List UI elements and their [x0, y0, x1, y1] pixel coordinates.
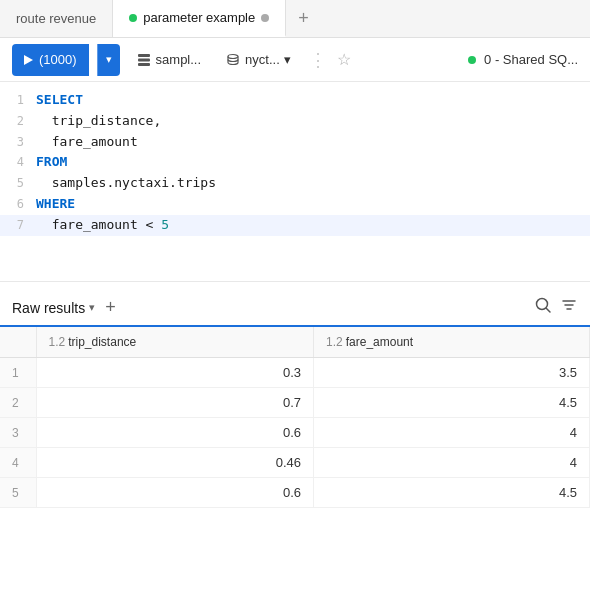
col-trip-distance-header: 1.2trip_distance — [36, 327, 314, 358]
schema-selector[interactable]: nyct... ▾ — [217, 48, 299, 72]
code-line-7: 7 fare_amount < 5 — [0, 215, 590, 236]
row-num-header — [0, 327, 36, 358]
cell-trip-distance: 0.6 — [36, 418, 314, 448]
line-content: samples.nyctaxi.trips — [36, 173, 590, 194]
code-line-3: 3 fare_amount — [0, 132, 590, 153]
cell-fare-amount: 4.5 — [314, 478, 590, 508]
table-row: 3 0.6 4 — [0, 418, 590, 448]
table-row: 4 0.46 4 — [0, 448, 590, 478]
line-number: 1 — [0, 91, 36, 110]
code-line-5: 5 samples.nyctaxi.trips — [0, 173, 590, 194]
table-row: 1 0.3 3.5 — [0, 358, 590, 388]
svg-point-4 — [537, 299, 548, 310]
line-number: 2 — [0, 112, 36, 131]
svg-line-5 — [547, 309, 551, 313]
new-tab-button[interactable]: + — [286, 0, 321, 37]
cell-trip-distance: 0.46 — [36, 448, 314, 478]
run-button[interactable]: (1000) — [12, 44, 89, 76]
results-table: 1.2trip_distance 1.2fare_amount 1 0.3 3.… — [0, 327, 590, 508]
cell-fare-amount: 3.5 — [314, 358, 590, 388]
schema-dropdown-icon: ▾ — [284, 52, 291, 67]
tab-route-revenue-label: route revenue — [16, 11, 96, 26]
row-number: 4 — [0, 448, 36, 478]
run-dropdown-button[interactable]: ▾ — [97, 44, 120, 76]
results-section: Raw results ▾ + 1.2trip_distance — [0, 282, 590, 508]
col-fare-amount-header: 1.2fare_amount — [314, 327, 590, 358]
line-number: 4 — [0, 153, 36, 172]
separator-1: ⋮ — [309, 49, 327, 71]
code-line-4: 4 FROM — [0, 152, 590, 173]
query-toolbar: (1000) ▾ sampl... nyct... ▾ ⋮ ☆ 0 - Shar… — [0, 38, 590, 82]
run-limit-label: (1000) — [39, 52, 77, 67]
row-number: 2 — [0, 388, 36, 418]
row-number: 3 — [0, 418, 36, 448]
code-editor[interactable]: 1 SELECT 2 trip_distance, 3 fare_amount … — [0, 82, 590, 282]
database-icon — [225, 52, 241, 68]
line-content: fare_amount < 5 — [36, 215, 590, 236]
svg-rect-0 — [138, 54, 150, 57]
cell-trip-distance: 0.7 — [36, 388, 314, 418]
connection-status-dot — [468, 56, 476, 64]
tab-bar: route revenue parameter example + — [0, 0, 590, 38]
cell-fare-amount: 4.5 — [314, 388, 590, 418]
play-icon — [24, 55, 33, 65]
results-dropdown-icon[interactable]: ▾ — [89, 301, 95, 314]
code-line-1: 1 SELECT — [0, 90, 590, 111]
line-content: FROM — [36, 152, 590, 173]
results-label: Raw results ▾ — [12, 300, 95, 316]
add-result-button[interactable]: + — [105, 297, 116, 318]
code-line-2: 2 trip_distance, — [0, 111, 590, 132]
line-number: 5 — [0, 174, 36, 193]
line-number: 6 — [0, 195, 36, 214]
db2-label: nyct... — [245, 52, 280, 67]
svg-point-3 — [228, 54, 238, 58]
row-number: 1 — [0, 358, 36, 388]
search-results-button[interactable] — [534, 296, 552, 319]
line-content: WHERE — [36, 194, 590, 215]
cell-fare-amount: 4 — [314, 448, 590, 478]
tab-route-revenue[interactable]: route revenue — [0, 0, 113, 37]
tab-active-dot — [129, 14, 137, 22]
svg-rect-1 — [138, 58, 150, 61]
database-selector[interactable]: sampl... — [128, 48, 210, 72]
cell-fare-amount: 4 — [314, 418, 590, 448]
dropdown-arrow-icon: ▾ — [106, 53, 112, 66]
tab-unsaved-dot — [261, 14, 269, 22]
line-number: 3 — [0, 133, 36, 152]
table-icon — [136, 52, 152, 68]
favorite-button[interactable]: ☆ — [337, 50, 351, 69]
line-number: 7 — [0, 216, 36, 235]
table-row: 2 0.7 4.5 — [0, 388, 590, 418]
line-content: SELECT — [36, 90, 590, 111]
line-content: fare_amount — [36, 132, 590, 153]
table-header-row: 1.2trip_distance 1.2fare_amount — [0, 327, 590, 358]
results-toolbar: Raw results ▾ + — [0, 290, 590, 327]
cell-trip-distance: 0.3 — [36, 358, 314, 388]
cell-trip-distance: 0.6 — [36, 478, 314, 508]
line-content: trip_distance, — [36, 111, 590, 132]
row-number: 5 — [0, 478, 36, 508]
connection-status-text: 0 - Shared SQ... — [484, 52, 578, 67]
db1-label: sampl... — [156, 52, 202, 67]
code-line-6: 6 WHERE — [0, 194, 590, 215]
tab-parameter-example[interactable]: parameter example — [113, 0, 286, 37]
filter-results-button[interactable] — [560, 296, 578, 319]
svg-rect-2 — [138, 63, 150, 66]
table-row: 5 0.6 4.5 — [0, 478, 590, 508]
results-label-text: Raw results — [12, 300, 85, 316]
tab-parameter-example-label: parameter example — [143, 10, 255, 25]
